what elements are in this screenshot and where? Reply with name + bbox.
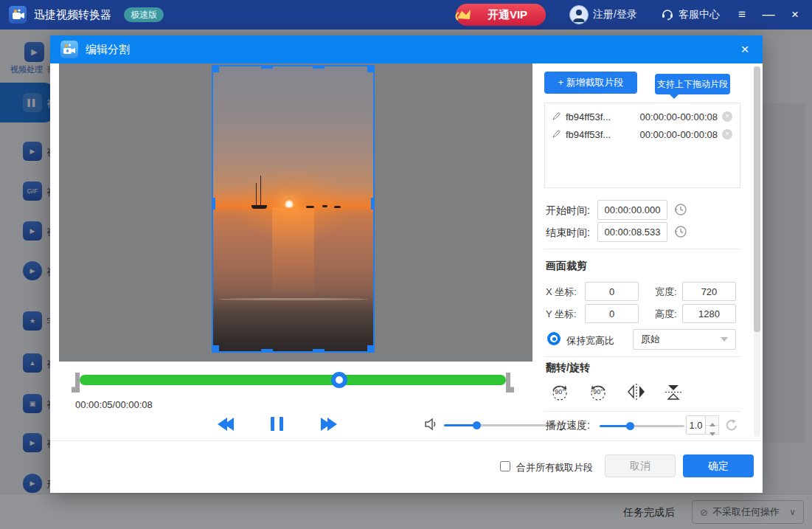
speed-value-input[interactable] xyxy=(686,415,706,435)
stepper-up-icon[interactable] xyxy=(706,416,718,426)
crop-section-title: 画面裁剪 xyxy=(546,260,587,273)
remove-segment-icon[interactable]: × xyxy=(722,129,732,139)
history-icon[interactable] xyxy=(673,202,688,220)
crop-handle-top2[interactable] xyxy=(313,65,325,69)
volume-knob[interactable] xyxy=(473,421,481,429)
edition-badge: 极速版 xyxy=(124,7,164,22)
trim-end-handle[interactable] xyxy=(506,373,514,393)
crop-handle-ne[interactable] xyxy=(367,65,375,72)
crop-width-input[interactable] xyxy=(682,282,736,301)
segment-name: fb94ff53f... xyxy=(566,129,611,140)
forward-button[interactable] xyxy=(321,418,337,434)
dialog-close-icon[interactable]: × xyxy=(735,39,755,60)
app-logo-icon xyxy=(9,6,27,24)
speed-knob[interactable] xyxy=(626,422,634,430)
right-panel-scrollbar[interactable] xyxy=(754,66,760,437)
crop-handle-left[interactable] xyxy=(212,198,215,210)
crop-handle-sw[interactable] xyxy=(212,345,219,353)
ratio-dropdown[interactable]: 原始 xyxy=(633,329,736,350)
history-icon[interactable] xyxy=(673,224,688,242)
rotate-ccw-icon[interactable]: 90° xyxy=(587,381,609,403)
support-button[interactable]: 客服中心 xyxy=(661,0,720,30)
divider xyxy=(544,249,740,249)
playhead[interactable] xyxy=(331,372,347,388)
trim-bar[interactable] xyxy=(80,375,506,385)
rotate-cw-icon[interactable]: 90° xyxy=(549,381,571,403)
speed-reset-icon[interactable] xyxy=(724,418,739,435)
flip-vertical-icon[interactable] xyxy=(662,381,684,403)
merge-checkbox[interactable] xyxy=(500,461,510,471)
app-title: 迅捷视频转换器 xyxy=(34,8,111,22)
headset-icon xyxy=(661,7,674,23)
crop-x-label: X 坐标: xyxy=(546,286,577,299)
speed-label: 播放速度: xyxy=(546,419,590,432)
login-button[interactable]: 注册/登录 xyxy=(569,0,637,30)
merge-label: 合并所有截取片段 xyxy=(516,461,593,474)
crop-x-input[interactable] xyxy=(585,282,639,301)
cancel-button[interactable]: 取消 xyxy=(605,454,676,477)
titlebar: 迅捷视频转换器 极速版 开通VIP 注册/登录 客服中心 ≡ — × xyxy=(0,0,812,30)
avatar xyxy=(569,5,589,24)
ratio-value: 原始 xyxy=(641,333,660,346)
trim-start-handle[interactable] xyxy=(72,373,80,393)
dialog-title: 编辑分割 xyxy=(86,43,130,57)
scrollbar-thumb[interactable] xyxy=(754,66,760,332)
login-label: 注册/登录 xyxy=(593,8,637,21)
camera-icon xyxy=(60,41,78,58)
tooltip-pointer xyxy=(670,94,679,99)
support-label: 客服中心 xyxy=(679,8,720,21)
video-frame[interactable] xyxy=(212,65,375,353)
crop-handle-bottom2[interactable] xyxy=(313,349,325,353)
crop-y-label: Y 坐标: xyxy=(546,308,577,321)
volume-fill xyxy=(444,424,476,426)
end-time-input[interactable] xyxy=(597,222,667,242)
crop-width-label: 宽度: xyxy=(655,286,677,299)
keep-ratio-radio[interactable] xyxy=(547,332,561,345)
add-segment-button[interactable]: + 新增截取片段 xyxy=(544,72,637,94)
vip-label: 开通VIP xyxy=(487,8,527,21)
pause-button[interactable] xyxy=(271,417,283,434)
start-time-input[interactable] xyxy=(597,200,667,220)
video-preview-area xyxy=(59,63,532,362)
end-time-label: 结束时间: xyxy=(546,227,590,240)
crop-handle-nw[interactable] xyxy=(212,65,219,72)
edit-pencil-icon[interactable] xyxy=(552,129,561,140)
divider xyxy=(544,411,740,412)
segment-list: fb94ff53f... 00:00:00-00:00:08 × fb94ff5… xyxy=(544,103,740,188)
dialog-header: 编辑分割 × xyxy=(50,35,763,63)
crop-y-input[interactable] xyxy=(585,304,639,323)
speed-stepper[interactable] xyxy=(706,415,719,435)
edit-pencil-icon[interactable] xyxy=(552,111,561,122)
plus-icon: + xyxy=(558,77,563,88)
remove-segment-icon[interactable]: × xyxy=(722,111,732,122)
crop-handle-bottom[interactable] xyxy=(261,349,273,353)
minimize-icon[interactable]: — xyxy=(758,0,779,30)
edit-split-dialog: 编辑分割 × xyxy=(50,35,763,493)
volume-icon[interactable] xyxy=(423,417,438,435)
rewind-button[interactable] xyxy=(218,418,234,434)
flip-horizontal-icon[interactable] xyxy=(625,381,648,403)
crop-handle-right[interactable] xyxy=(371,198,375,210)
start-time-label: 开始时间: xyxy=(546,204,590,218)
close-icon[interactable]: × xyxy=(785,0,805,30)
crop-frame[interactable] xyxy=(212,65,375,353)
segment-row[interactable]: fb94ff53f... 00:00:00-00:00:08 × xyxy=(545,108,740,125)
vip-button[interactable]: 开通VIP xyxy=(456,4,546,26)
menu-icon[interactable]: ≡ xyxy=(732,0,752,30)
crop-handle-top[interactable] xyxy=(261,65,273,69)
segment-row[interactable]: fb94ff53f... 00:00:00-00:00:08 × xyxy=(545,125,740,143)
divider xyxy=(544,356,740,357)
playback-time: 00:00:05/00:00:08 xyxy=(75,399,153,410)
crop-height-label: 高度: xyxy=(655,308,677,321)
chevron-down-icon xyxy=(721,337,728,342)
crop-height-input[interactable] xyxy=(682,304,736,323)
rotate-section-title: 翻转/旋转 xyxy=(546,362,590,375)
drag-hint-tooltip: 支持上下拖动片段 xyxy=(655,74,730,94)
keep-ratio-label: 保持宽高比 xyxy=(566,334,614,348)
segment-name: fb94ff53f... xyxy=(566,111,611,122)
speed-fill xyxy=(600,425,629,427)
segment-range: 00:00:00-00:00:08 xyxy=(639,129,718,140)
stepper-down-icon[interactable] xyxy=(706,426,718,435)
confirm-button[interactable]: 确定 xyxy=(683,454,754,477)
crop-handle-se[interactable] xyxy=(367,345,375,353)
